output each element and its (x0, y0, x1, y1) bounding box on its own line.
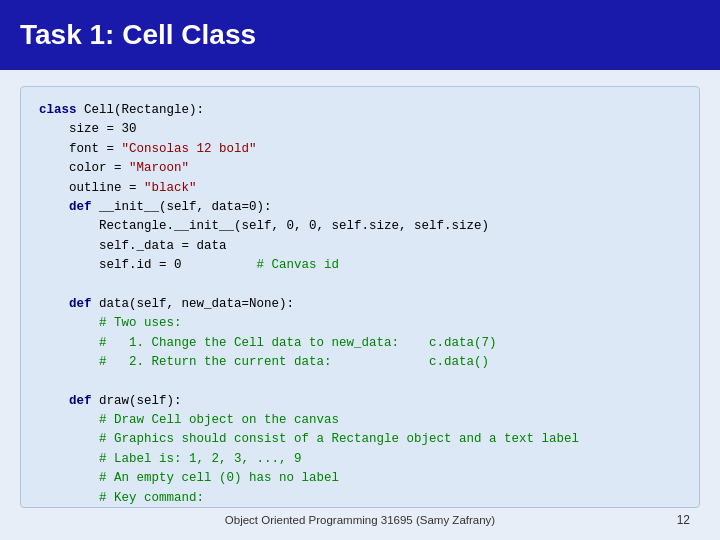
code-box: class Cell(Rectangle): size = 30 font = … (20, 86, 700, 508)
header-title: Task 1: Cell Class (20, 19, 256, 51)
footer-page: 12 (677, 513, 690, 527)
header: Task 1: Cell Class (0, 0, 720, 70)
main-content: class Cell(Rectangle): size = 30 font = … (0, 70, 720, 540)
footer-text: Object Oriented Programming 31695 (Samy … (225, 514, 495, 526)
footer: Object Oriented Programming 31695 (Samy … (20, 508, 700, 530)
